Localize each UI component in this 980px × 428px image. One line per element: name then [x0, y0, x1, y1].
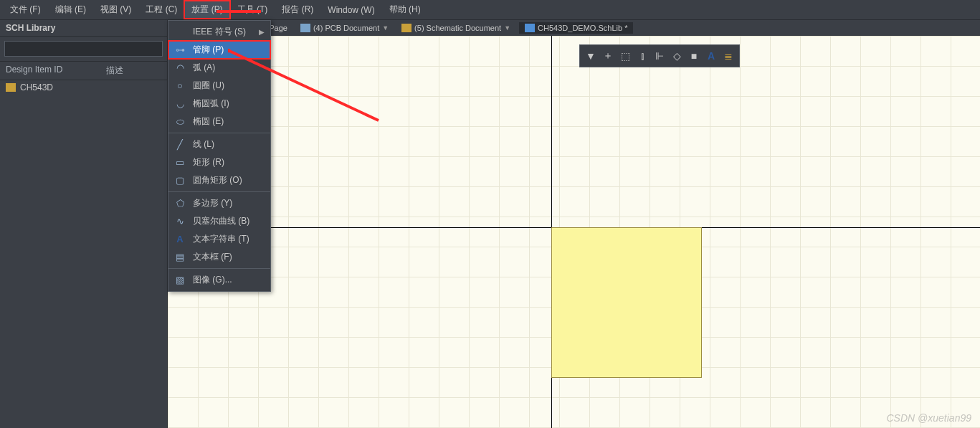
dd-polygon[interactable]: ⬠ 多边形 (Y)	[168, 194, 270, 212]
separator	[168, 268, 270, 269]
menu-bar: 文件 (F) 编辑 (E) 视图 (V) 工程 (C) 放置 (P) 工具 (T…	[0, 0, 980, 20]
round-rectangle-icon: ▢	[174, 175, 186, 186]
tb-shape[interactable]: ◇	[669, 48, 685, 64]
dd-label: 贝塞尔曲线 (B)	[193, 215, 249, 227]
menu-place[interactable]: 放置 (P)	[184, 1, 229, 19]
panel-title: SCH Library	[0, 20, 167, 37]
doc-tab-sch[interactable]: (5) Schematic Document ▼	[397, 24, 515, 32]
place-menu-dropdown: IEEE 符号 (S) ▶ ⊶ 管脚 (P) ◠ 弧 (A) ○ 圆圈 (U) …	[168, 20, 271, 292]
col-description[interactable]: 描述	[106, 65, 123, 77]
tb-list[interactable]: ≣	[720, 48, 736, 64]
bezier-icon: ∿	[174, 216, 186, 227]
doc-tab-pcb[interactable]: (4) PCB Document ▼	[296, 24, 393, 32]
component-body[interactable]	[551, 227, 702, 378]
dd-label: 椭圆弧 (I)	[193, 98, 229, 110]
dd-label: 椭圆 (E)	[193, 115, 224, 128]
dd-label: 线 (L)	[193, 138, 214, 151]
component-icon	[6, 83, 16, 92]
text-icon: A	[174, 234, 186, 245]
dd-image[interactable]: ▧ 图像 (G)...	[168, 271, 270, 289]
dd-label: 管脚 (P)	[193, 44, 224, 56]
menu-reports[interactable]: 报告 (R)	[275, 1, 320, 19]
chevron-right-icon: ▶	[259, 28, 265, 36]
doc-tab-active[interactable]: CH543D_DEMO.SchLib *	[519, 22, 633, 34]
separator	[168, 191, 270, 192]
text-frame-icon: ▤	[174, 252, 186, 263]
dd-line[interactable]: ╱ 线 (L)	[168, 135, 270, 153]
dd-bezier[interactable]: ∿ 贝塞尔曲线 (B)	[168, 212, 270, 230]
tb-add[interactable]: ＋	[600, 48, 616, 64]
dd-rectangle[interactable]: ▭ 矩形 (R)	[168, 153, 270, 171]
doc-tab-label: CH543D_DEMO.SchLib *	[538, 24, 627, 32]
blank-icon	[174, 27, 186, 38]
dd-label: 文本框 (F)	[193, 251, 232, 263]
dd-text-frame[interactable]: ▤ 文本框 (F)	[168, 248, 270, 266]
pin-icon: ⊶	[174, 44, 186, 56]
menu-window[interactable]: Window (W)	[320, 2, 381, 18]
schlib-icon	[525, 24, 535, 32]
dd-label: 圆角矩形 (O)	[193, 174, 242, 186]
elliptical-arc-icon: ◡	[174, 98, 186, 110]
schematic-canvas[interactable]: ▼ ＋ ⬚ ⫿ ⊩ ◇ ■ A ≣	[168, 36, 980, 428]
menu-tools[interactable]: 工具 (T)	[230, 1, 275, 19]
tb-align[interactable]: ⫿	[634, 48, 650, 64]
tb-move[interactable]: ⊩	[652, 48, 667, 64]
arc-icon: ◠	[174, 62, 186, 74]
list-item[interactable]: CH543D	[0, 80, 167, 95]
polygon-icon: ⬠	[174, 198, 186, 209]
folder-icon	[401, 24, 411, 32]
separator	[168, 133, 270, 133]
dd-text-string[interactable]: A 文本字符串 (T)	[168, 230, 270, 248]
col-design-item-id[interactable]: Design Item ID	[6, 65, 106, 77]
dd-label: 文本字符串 (T)	[193, 233, 249, 245]
dd-ieee-symbol[interactable]: IEEE 符号 (S) ▶	[168, 23, 270, 41]
dd-circle[interactable]: ○ 圆圈 (U)	[168, 77, 270, 95]
menu-help[interactable]: 帮助 (H)	[382, 1, 428, 19]
search-input[interactable]	[4, 41, 163, 57]
tb-select[interactable]: ⬚	[617, 48, 633, 64]
dd-pin[interactable]: ⊶ 管脚 (P)	[168, 41, 270, 59]
dd-label: 弧 (A)	[193, 62, 215, 74]
tb-text[interactable]: A	[703, 48, 719, 64]
image-icon: ▧	[174, 275, 186, 286]
circle-icon: ○	[174, 80, 186, 92]
dd-label: 矩形 (R)	[193, 156, 224, 168]
dd-label: 图像 (G)...	[193, 274, 232, 286]
dd-label: 多边形 (Y)	[193, 197, 232, 209]
dd-round-rectangle[interactable]: ▢ 圆角矩形 (O)	[168, 171, 270, 189]
floating-toolbar: ▼ ＋ ⬚ ⫿ ⊩ ◇ ■ A ≣	[579, 44, 740, 67]
pcb-icon	[300, 24, 310, 32]
line-icon: ╱	[174, 139, 186, 151]
tb-filter[interactable]: ▼	[583, 48, 599, 64]
list-item-label: CH543D	[20, 82, 53, 92]
dd-ellipse[interactable]: ⬭ 椭圆 (E)	[168, 113, 270, 130]
menu-project[interactable]: 工程 (C)	[138, 1, 184, 19]
doc-tab-label: (4) PCB Document	[313, 24, 379, 32]
tb-fill[interactable]: ■	[686, 48, 702, 64]
dd-label: 圆圈 (U)	[193, 80, 224, 92]
watermark: CSDN @xuetian99	[887, 412, 972, 424]
menu-edit[interactable]: 编辑 (E)	[48, 1, 93, 19]
chevron-down-icon: ▼	[504, 24, 510, 32]
menu-file[interactable]: 文件 (F)	[3, 1, 48, 19]
dd-elliptical-arc[interactable]: ◡ 椭圆弧 (I)	[168, 95, 270, 113]
rectangle-icon: ▭	[174, 157, 186, 168]
chevron-down-icon: ▼	[382, 24, 389, 32]
menu-view[interactable]: 视图 (V)	[93, 1, 138, 19]
dd-label: IEEE 符号 (S)	[193, 26, 246, 38]
ellipse-icon: ⬭	[174, 116, 186, 128]
doc-tab-label: (5) Schematic Document	[414, 24, 501, 32]
list-header: Design Item ID 描述	[0, 61, 167, 80]
dd-arc[interactable]: ◠ 弧 (A)	[168, 59, 270, 77]
sidebar-sch-library: SCH Library Design Item ID 描述 CH543D	[0, 20, 168, 428]
